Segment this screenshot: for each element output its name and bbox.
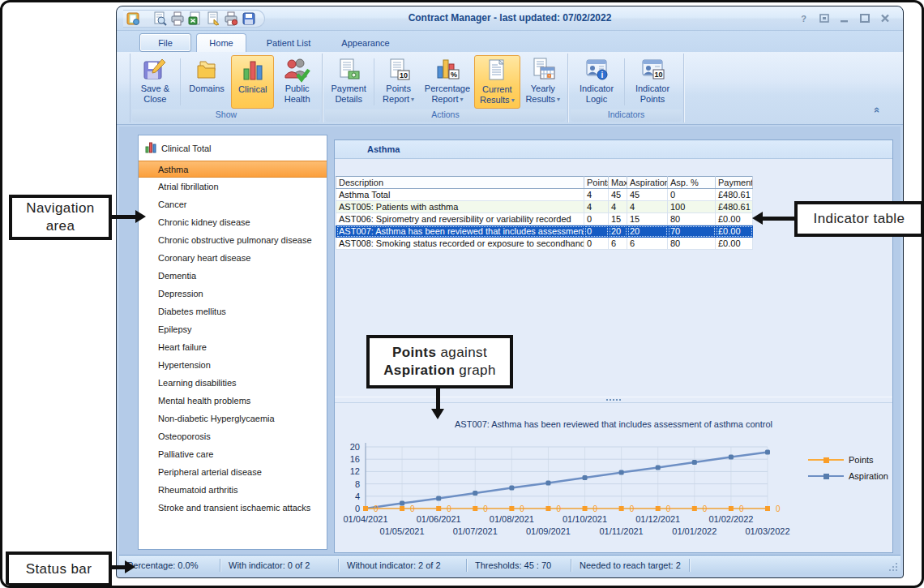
status-needed-target: Needed to reach target: 2 bbox=[571, 559, 690, 572]
svg-text:0: 0 bbox=[374, 504, 379, 513]
domains-icon bbox=[194, 57, 220, 83]
nav-item[interactable]: Learning disabilities bbox=[139, 375, 327, 392]
callout-points-aspiration-graph: Points against Aspiration graph bbox=[366, 335, 513, 388]
table-row-selected[interactable]: AST007: Asthma has been reviewed that in… bbox=[336, 225, 753, 238]
status-thresholds: Thresholds: 45 : 70 bbox=[467, 559, 571, 572]
svg-text:10: 10 bbox=[654, 71, 662, 79]
nav-item[interactable]: Mental health problems bbox=[139, 393, 327, 410]
group-label-actions: Actions bbox=[325, 109, 566, 122]
table-row[interactable]: AST006: Spirometry and reversibility or … bbox=[336, 213, 753, 225]
col-asp-pct[interactable]: Asp. % bbox=[668, 177, 716, 189]
title-bar[interactable]: Contract Manager - last updated: 07/02/2… bbox=[117, 6, 903, 31]
table-row[interactable]: AST005: Patients with asthma444100£480.6… bbox=[336, 201, 753, 213]
current-results-icon bbox=[484, 58, 510, 84]
collapse-ribbon-icon[interactable]: « bbox=[871, 107, 883, 113]
svg-text:8: 8 bbox=[355, 479, 360, 489]
nav-item[interactable]: Peripheral arterial disease bbox=[139, 464, 327, 481]
minimize-icon[interactable] bbox=[837, 12, 851, 24]
col-aspiration[interactable]: Aspiration bbox=[627, 177, 668, 189]
svg-text:0: 0 bbox=[447, 504, 451, 513]
nav-item[interactable]: Stroke and transient ischaemic attacks bbox=[139, 500, 327, 517]
window-title: Contract Manager - last updated: 07/02/2… bbox=[117, 12, 903, 24]
nav-item[interactable]: Diabetes mellitus bbox=[139, 303, 327, 320]
status-without-indicator: Without indicator: 2 of 2 bbox=[339, 559, 467, 572]
callout-arrowhead bbox=[431, 409, 444, 419]
indicator-table[interactable]: Description Points Max Aspiration Asp. %… bbox=[336, 176, 753, 250]
svg-text:01/11/2021: 01/11/2021 bbox=[600, 526, 644, 536]
indicator-logic-button[interactable]: i Indicator Logic bbox=[571, 55, 622, 109]
maximize-icon[interactable] bbox=[858, 12, 871, 24]
svg-text:0: 0 bbox=[355, 504, 360, 513]
nav-header-clinical-total[interactable]: Clinical Total bbox=[139, 140, 212, 157]
current-results-button[interactable]: Current Results▾ bbox=[474, 55, 520, 109]
nav-item[interactable]: Hypertension bbox=[139, 357, 327, 374]
nav-item[interactable]: Osteoporosis bbox=[139, 428, 327, 445]
nav-item[interactable]: Cancer bbox=[139, 196, 327, 213]
nav-item[interactable]: Heart failure bbox=[139, 339, 327, 356]
nav-item[interactable]: Atrial fibrillation bbox=[139, 178, 327, 195]
nav-item[interactable]: Non-diabetic Hyperglycaemia bbox=[139, 410, 327, 427]
tab-patient-list[interactable]: Patient List bbox=[251, 33, 326, 52]
skins-icon[interactable] bbox=[817, 12, 831, 24]
svg-text:01/10/2021: 01/10/2021 bbox=[563, 514, 607, 524]
clinical-button[interactable]: Clinical bbox=[231, 55, 274, 109]
callout-arrowhead bbox=[752, 212, 763, 225]
nav-item[interactable]: Epilepsy bbox=[139, 321, 327, 338]
nav-item[interactable]: Palliative care bbox=[139, 446, 327, 463]
svg-text:01/08/2021: 01/08/2021 bbox=[490, 514, 534, 524]
col-description[interactable]: Description bbox=[336, 177, 584, 189]
table-row[interactable]: Asthma Total445450£480.61 bbox=[336, 189, 753, 201]
app-window: Contract Manager - last updated: 07/02/2… bbox=[116, 6, 904, 578]
button-divider bbox=[374, 58, 374, 105]
help-icon[interactable]: ? bbox=[797, 12, 811, 24]
payment-details-button[interactable]: Payment Details bbox=[325, 55, 372, 109]
yearly-results-button[interactable]: Yearly Results▾ bbox=[520, 55, 566, 109]
svg-text:01/06/2021: 01/06/2021 bbox=[417, 514, 461, 524]
clinical-icon bbox=[240, 58, 266, 84]
window-controls: ? bbox=[797, 12, 892, 24]
col-points[interactable]: Points bbox=[584, 177, 609, 189]
close-icon[interactable] bbox=[878, 12, 892, 24]
points-aspiration-chart[interactable]: 04812162001/04/202101/05/202101/06/20210… bbox=[336, 436, 794, 551]
nav-item[interactable]: Asthma bbox=[139, 161, 327, 178]
ribbon-group-actions: Payment Details 10 Points Report▾ % Perc… bbox=[323, 54, 568, 122]
svg-text:0: 0 bbox=[703, 504, 708, 513]
save-close-button[interactable]: Save & Close bbox=[132, 55, 178, 109]
nav-item[interactable]: Dementia bbox=[139, 268, 327, 285]
svg-text:0: 0 bbox=[593, 504, 598, 513]
callout-arrowhead bbox=[125, 560, 135, 573]
svg-text:%: % bbox=[451, 71, 457, 79]
legend-item-points[interactable]: Points bbox=[808, 452, 888, 468]
resize-grip[interactable] bbox=[888, 561, 897, 571]
payment-details-icon bbox=[336, 57, 361, 83]
legend-item-aspiration[interactable]: Aspiration bbox=[808, 468, 888, 484]
nav-item[interactable]: Rheumatoid arthritis bbox=[139, 482, 327, 499]
points-series-swatch bbox=[808, 459, 844, 461]
points-report-button[interactable]: 10 Points Report▾ bbox=[376, 55, 421, 109]
nav-item[interactable]: Chronic kidney disease bbox=[139, 214, 327, 231]
svg-text:20: 20 bbox=[350, 442, 360, 452]
col-payment[interactable]: Payment bbox=[716, 177, 753, 189]
panel-splitter[interactable] bbox=[335, 397, 892, 403]
callout-status-bar: Status bar bbox=[6, 552, 112, 586]
nav-item[interactable]: Coronary heart disease bbox=[139, 250, 327, 267]
table-row[interactable]: AST008: Smoking status recorded or expos… bbox=[336, 238, 753, 250]
panel-title: Asthma bbox=[335, 140, 892, 159]
percentage-report-button[interactable]: % Percentage Report▾ bbox=[421, 55, 474, 109]
svg-text:01/12/2021: 01/12/2021 bbox=[635, 514, 680, 524]
dropdown-arrow-icon: ▾ bbox=[411, 94, 414, 105]
nav-item[interactable]: Depression bbox=[139, 285, 327, 303]
tab-appearance[interactable]: Appearance bbox=[331, 33, 400, 52]
col-max[interactable]: Max bbox=[609, 177, 627, 189]
svg-text:01/03/2022: 01/03/2022 bbox=[745, 526, 789, 536]
tab-home[interactable]: Home bbox=[196, 33, 246, 52]
group-label-indicators: Indicators bbox=[571, 109, 682, 122]
public-health-button[interactable]: Public Health bbox=[274, 55, 320, 109]
svg-text:01/04/2021: 01/04/2021 bbox=[343, 514, 387, 524]
ribbon-tab-row: File Home Patient List Appearance bbox=[117, 31, 903, 52]
nav-item[interactable]: Chronic obstructive pulmonary disease bbox=[139, 232, 327, 249]
domains-button[interactable]: Domains bbox=[182, 55, 232, 109]
indicator-points-button[interactable]: 10 Indicator Points bbox=[627, 55, 678, 109]
dropdown-arrow-icon: ▾ bbox=[557, 94, 560, 105]
tab-file[interactable]: File bbox=[139, 33, 191, 52]
